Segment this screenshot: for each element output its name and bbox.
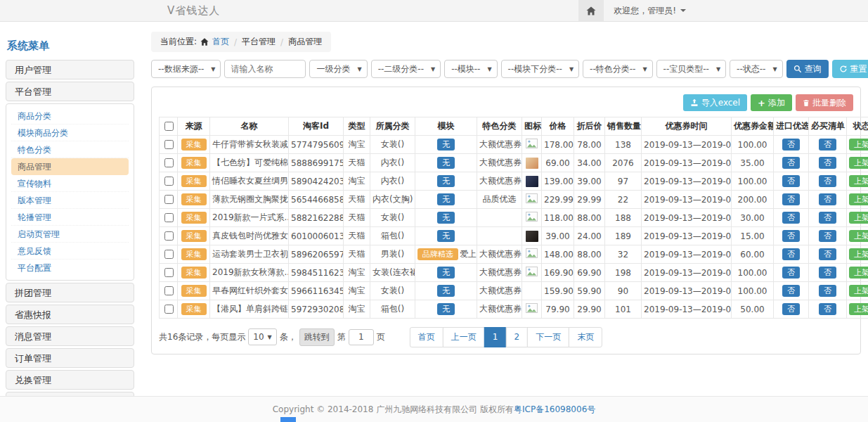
must-buy-toggle[interactable]: 否 <box>819 248 836 260</box>
import-select-toggle[interactable]: 否 <box>782 248 800 260</box>
status-toggle[interactable]: 上架 <box>849 230 868 242</box>
filter-module-subcategory[interactable]: --模块下分类--▼ <box>501 60 579 78</box>
cell-coupon-time: 2019-09-13—2019-09-18 <box>642 300 732 319</box>
breadcrumb-home-link[interactable]: 首页 <box>212 36 229 48</box>
row-checkbox[interactable] <box>164 250 174 259</box>
page-button[interactable]: 2 <box>506 327 529 347</box>
select-all-checkbox[interactable] <box>164 122 174 131</box>
cell-feature-category: 大额优惠券 <box>477 300 522 319</box>
sidebar-group[interactable]: 省惠快报 <box>6 305 134 324</box>
page-button[interactable]: 1 <box>484 327 507 347</box>
row-checkbox[interactable] <box>164 268 174 277</box>
status-toggle[interactable]: 上架 <box>849 285 868 297</box>
import-select-toggle[interactable]: 否 <box>782 193 800 205</box>
status-toggle[interactable]: 上架 <box>849 212 868 224</box>
must-buy-toggle[interactable]: 否 <box>819 175 836 187</box>
row-checkbox[interactable] <box>164 213 174 222</box>
icp-link[interactable]: 粤ICP备16098006号 <box>514 404 595 416</box>
filter-level2-category[interactable]: --二级分类--▼ <box>371 60 441 78</box>
must-buy-toggle[interactable]: 否 <box>819 157 836 169</box>
breadcrumb-item: 平台管理 <box>242 36 276 48</box>
must-buy-toggle[interactable]: 否 <box>819 230 836 242</box>
sidebar-group[interactable]: 用户管理 <box>6 60 134 79</box>
sidebar-group[interactable]: 兑换管理 <box>6 370 134 390</box>
must-buy-toggle[interactable]: 否 <box>819 212 836 224</box>
row-checkbox[interactable] <box>164 231 174 241</box>
status-toggle[interactable]: 上架 <box>849 157 868 169</box>
sidebar-item-link[interactable]: 商品分类 <box>11 108 129 124</box>
status-toggle[interactable]: 上架 <box>849 248 868 260</box>
import-select-toggle[interactable]: 否 <box>782 139 800 151</box>
page-button[interactable]: 末页 <box>569 327 602 347</box>
per-page-select[interactable]: 10▼ <box>248 328 276 345</box>
user-menu[interactable]: 欢迎您，管理员! <box>604 0 696 21</box>
search-button[interactable]: 查询 <box>786 60 829 78</box>
sidebar-item-link[interactable]: 轮播管理 <box>11 209 129 226</box>
column-header: 类型 <box>344 117 370 136</box>
filter-feature-category[interactable]: --特色分类--▼ <box>583 60 652 78</box>
status-toggle[interactable]: 上架 <box>849 193 868 205</box>
filter-status[interactable]: --状态--▼ <box>730 60 782 78</box>
filter-module[interactable]: --模块--▼ <box>444 60 497 78</box>
sidebar-item-link[interactable]: 意见反馈 <box>11 243 129 260</box>
cell-feature-category: 大额优惠券 <box>477 282 522 300</box>
row-checkbox[interactable] <box>164 158 174 167</box>
sidebar-item-active[interactable]: 商品管理 <box>11 158 129 175</box>
row-checkbox[interactable] <box>164 195 174 204</box>
must-buy-toggle[interactable]: 否 <box>819 303 836 315</box>
import-select-toggle[interactable]: 否 <box>782 303 800 315</box>
sidebar-group[interactable]: 消息管理 <box>6 326 134 346</box>
must-buy-toggle[interactable]: 否 <box>819 193 836 205</box>
filter-data-source[interactable]: --数据来源--▼ <box>151 60 221 78</box>
status-toggle[interactable]: 上架 <box>849 139 868 151</box>
app-title: V省钱达人 <box>167 4 220 18</box>
column-header: 销售数量 <box>605 117 642 136</box>
sidebar-group[interactable]: 拼团管理 <box>6 283 134 302</box>
column-header: 折后价 <box>574 117 605 136</box>
page-button[interactable]: 下一页 <box>527 327 569 347</box>
cell-feature-category: 大额优惠券 <box>477 154 522 172</box>
add-button[interactable]: + 添加 <box>751 94 792 111</box>
filter-level1-category[interactable]: 一级分类▼ <box>309 60 367 78</box>
cell-status: 上架 <box>847 154 868 172</box>
product-name-input[interactable] <box>224 60 306 78</box>
cell-module: 无 <box>415 172 477 191</box>
page-number-input[interactable] <box>349 329 374 345</box>
page-button[interactable]: 首页 <box>410 327 443 347</box>
cell-checkbox <box>160 300 178 319</box>
sidebar-group[interactable]: 平台管理 <box>6 82 134 101</box>
filter-item-type[interactable]: --宝贝类型--▼ <box>656 60 726 78</box>
import-select-toggle[interactable]: 否 <box>782 267 800 279</box>
row-checkbox[interactable] <box>164 177 174 186</box>
must-buy-toggle[interactable]: 否 <box>819 285 836 297</box>
table-row: 采集运动套装男士卫衣初秋...589620659791天猫男装()品牌精选爱上运… <box>160 245 868 264</box>
sidebar-item-link[interactable]: 版本管理 <box>11 192 129 209</box>
jump-button[interactable]: 跳转到 <box>299 328 335 346</box>
import-select-toggle[interactable]: 否 <box>782 175 800 187</box>
cell-feature-category: 品质优选 <box>477 191 522 209</box>
sidebar-item-link[interactable]: 平台配置 <box>11 260 129 276</box>
row-checkbox[interactable] <box>164 305 174 314</box>
status-toggle[interactable]: 上架 <box>849 175 868 187</box>
must-buy-toggle[interactable]: 否 <box>819 267 836 279</box>
import-select-toggle[interactable]: 否 <box>782 230 800 242</box>
page-button[interactable]: 上一页 <box>443 327 485 347</box>
reset-button[interactable]: 重置 <box>832 60 868 78</box>
sidebar-item-link[interactable]: 宣传物料 <box>11 175 129 192</box>
batch-delete-button[interactable]: 批量删除 <box>796 94 853 111</box>
home-button[interactable] <box>578 0 604 21</box>
must-buy-toggle[interactable]: 否 <box>819 139 836 151</box>
import-select-toggle[interactable]: 否 <box>782 157 800 169</box>
sidebar-item-link[interactable]: 模块商品分类 <box>11 124 129 141</box>
sidebar-group[interactable]: 订单管理 <box>6 348 134 368</box>
row-checkbox[interactable] <box>164 286 174 295</box>
sidebar-item-link[interactable]: 特色分类 <box>11 141 129 158</box>
status-toggle[interactable]: 上架 <box>849 303 868 315</box>
sidebar-item-link[interactable]: 启动页管理 <box>11 226 129 243</box>
status-toggle[interactable]: 上架 <box>849 267 868 279</box>
import-excel-button[interactable]: 导入excel <box>683 94 747 111</box>
import-select-toggle[interactable]: 否 <box>782 285 800 297</box>
row-checkbox[interactable] <box>164 140 174 149</box>
import-select-toggle[interactable]: 否 <box>782 212 800 224</box>
cell-icon <box>522 282 542 300</box>
